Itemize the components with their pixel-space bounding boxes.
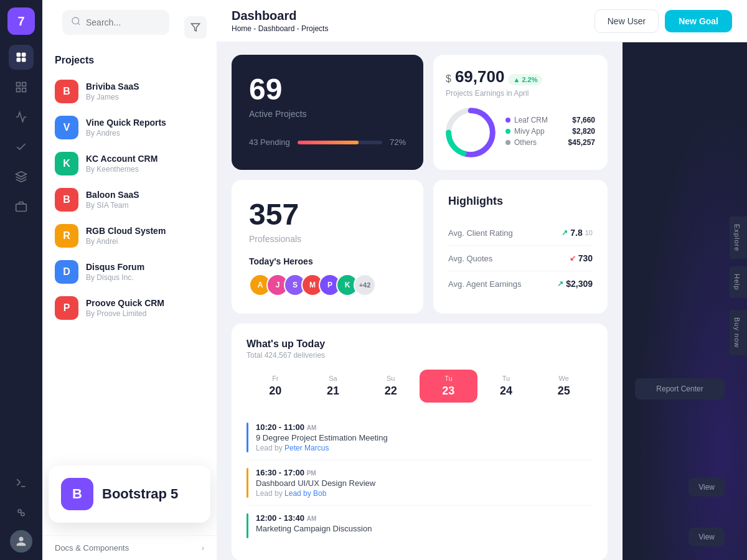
project-by: By James xyxy=(86,93,204,101)
project-item[interactable]: V Vine Quick Reports By Andres xyxy=(42,110,217,146)
cal-day-22[interactable]: Su 22 xyxy=(362,370,420,403)
event-bar-2 xyxy=(247,468,248,498)
schedule-subtitle: Total 424,567 deliveries xyxy=(247,351,593,360)
event-lead-1: Lead by Peter Marcus xyxy=(256,444,388,452)
progress-fill xyxy=(298,141,359,144)
header-info: Dashboard Home - Dashboard - Projects xyxy=(232,9,328,33)
cal-day-21[interactable]: Sa 21 xyxy=(304,370,362,403)
report-center-button[interactable]: Report Center xyxy=(635,378,725,399)
nav-icon-chart[interactable] xyxy=(9,105,34,129)
cal-num-25: 25 xyxy=(537,385,590,398)
project-name: RGB Cloud System xyxy=(86,226,204,236)
buy-now-tab[interactable]: Buy now xyxy=(730,310,747,355)
project-item[interactable]: B Baloon SaaS By SIA Team xyxy=(42,182,217,218)
professionals-label: Professionals xyxy=(249,234,406,244)
breadcrumb-sep2: - xyxy=(297,24,301,33)
search-input[interactable] xyxy=(86,17,161,27)
content-main: 69 Active Projects 43 Pending 72% $ 69,7 xyxy=(217,42,622,560)
highlight-earnings-label: Avg. Agent Earnings xyxy=(448,279,522,289)
project-by: By Andres xyxy=(86,129,204,138)
cal-num-23: 23 xyxy=(422,385,475,398)
event-1: 10:20 - 11:00 AM 9 Degree Project Estima… xyxy=(247,415,593,460)
nav-icon-briefcase[interactable] xyxy=(9,194,34,219)
main-area: Dashboard Home - Dashboard - Projects Ne… xyxy=(217,0,747,560)
breadcrumb-projects: Projects xyxy=(301,24,328,33)
active-projects-label: Active Projects xyxy=(249,109,406,119)
project-logo: R xyxy=(55,224,78,248)
project-logo: P xyxy=(55,296,78,320)
donut-chart xyxy=(446,108,496,157)
project-name: Baloon SaaS xyxy=(86,190,204,200)
event-ampm-3: AM xyxy=(307,515,317,522)
svg-point-11 xyxy=(18,510,21,513)
project-info: Disqus Forum By Disqus Inc. xyxy=(86,262,204,282)
event-bar-1 xyxy=(247,422,248,452)
highlights-card: Highlights Avg. Client Rating ↗ 7.8 10 A… xyxy=(433,180,608,314)
nav-icon-terminal[interactable] xyxy=(9,470,34,495)
event-ampm-2: PM xyxy=(307,470,316,477)
sidebar-bottom: Docs & Components › xyxy=(42,535,217,560)
nav-icon-apps[interactable] xyxy=(9,500,34,525)
heroes-label: Today's Heroes xyxy=(249,256,406,266)
schedule-title: What's up Today xyxy=(247,338,593,350)
cal-day-24[interactable]: Tu 24 xyxy=(477,370,535,403)
cal-day-23[interactable]: Tu 23 xyxy=(420,370,477,403)
event-title-3: Marketing Campaign Discussion xyxy=(256,524,372,533)
event-person-1[interactable]: Peter Marcus xyxy=(284,444,329,452)
event-2: 16:30 - 17:00 PM Dashboard UI/UX Design … xyxy=(247,460,593,506)
project-item[interactable]: R RGB Cloud System By Andrei xyxy=(42,218,217,254)
project-item[interactable]: B Briviba SaaS By James xyxy=(42,73,217,110)
earnings-label: Projects Earnings in April xyxy=(446,89,595,98)
svg-marker-15 xyxy=(191,24,199,31)
breadcrumb-home[interactable]: Home xyxy=(232,24,251,33)
legend-item-others: Others $45,257 xyxy=(505,138,595,147)
arrow-down-icon: ↙ xyxy=(570,254,576,263)
bootstrap-label: Bootstrap 5 xyxy=(102,486,178,502)
nav-icon-layers[interactable] xyxy=(9,164,34,189)
event-person-2[interactable]: Lead by Bob xyxy=(284,489,326,498)
project-logo: B xyxy=(55,188,78,212)
help-tab[interactable]: Help xyxy=(730,266,747,298)
project-item[interactable]: K KC Account CRM By Keenthemes xyxy=(42,146,217,182)
active-projects-count: 69 xyxy=(249,72,406,106)
event-details-3: 12:00 - 13:40 AM Marketing Campaign Disc… xyxy=(256,513,372,533)
cal-num-21: 21 xyxy=(307,385,360,398)
explore-tab[interactable]: Explore xyxy=(730,217,747,259)
breadcrumb-dashboard[interactable]: Dashboard xyxy=(258,24,295,33)
view-button-1[interactable]: View xyxy=(688,478,725,497)
filter-button[interactable] xyxy=(184,16,207,39)
project-name: Vine Quick Reports xyxy=(86,118,204,128)
event-3: 12:00 - 13:40 AM Marketing Campaign Disc… xyxy=(247,506,593,546)
svg-rect-9 xyxy=(16,204,27,212)
nav-icon-check[interactable] xyxy=(9,134,34,159)
project-item[interactable]: D Disqus Forum By Disqus Inc. xyxy=(42,254,217,290)
cal-day-25[interactable]: We 25 xyxy=(535,370,593,403)
search-box[interactable] xyxy=(62,10,169,35)
docs-link[interactable]: Docs & Components xyxy=(55,543,129,553)
project-item[interactable]: P Proove Quick CRM By Proove Limited xyxy=(42,290,217,326)
cal-day-20[interactable]: Fr 20 xyxy=(247,370,304,403)
sidebar-title: Projects xyxy=(42,55,217,73)
breadcrumb-sep1: - xyxy=(253,24,258,33)
arrow-up2-icon: ↗ xyxy=(557,279,563,288)
view-button-2[interactable]: View xyxy=(688,528,725,546)
docs-arrow: › xyxy=(202,543,204,553)
nav-icon-grid[interactable] xyxy=(9,75,34,100)
avatar-stack: A J S M P K +42 xyxy=(249,274,406,296)
highlight-earnings: Avg. Agent Earnings ↗ $2,309 xyxy=(448,271,593,296)
highlight-earnings-val: ↗ $2,309 xyxy=(557,279,593,289)
new-goal-button[interactable]: New Goal xyxy=(665,10,732,32)
page-title: Dashboard xyxy=(232,9,328,23)
bootstrap-card: B Bootstrap 5 xyxy=(49,465,210,523)
new-user-button[interactable]: New User xyxy=(594,9,659,33)
right-panel: Report Center Explore Help Buy now View … xyxy=(622,42,747,560)
project-by: By Disqus Inc. xyxy=(86,273,204,282)
calendar-row: Fr 20 Sa 21 Su 22 Tu 23 xyxy=(247,370,593,403)
nav-avatar[interactable]: 7 xyxy=(7,7,35,35)
user-avatar[interactable] xyxy=(10,530,32,553)
arrow-up-icon: ↗ xyxy=(561,228,568,237)
nav-icon-dashboard[interactable] xyxy=(9,45,34,70)
project-info: Vine Quick Reports By Andres xyxy=(86,118,204,138)
cal-label-tu: Tu xyxy=(422,375,475,382)
legend-item-leaf: Leaf CRM $7,660 xyxy=(505,116,595,124)
